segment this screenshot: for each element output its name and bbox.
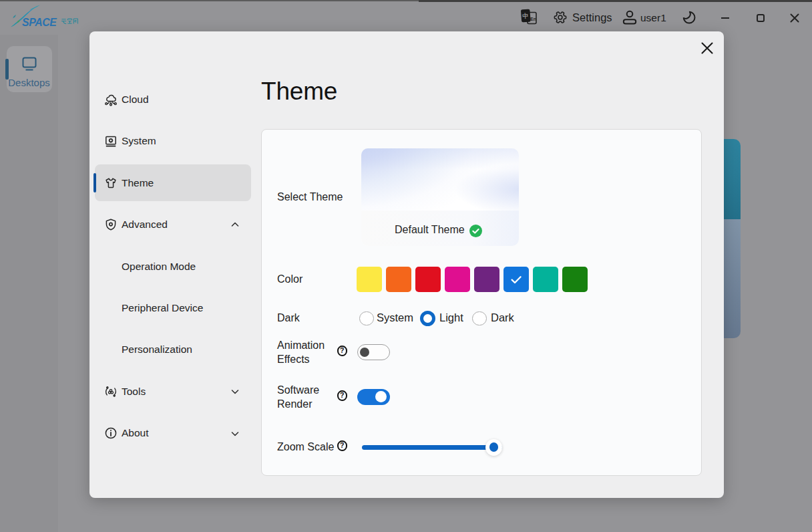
svg-text:中: 中	[522, 13, 529, 20]
svg-text:En: En	[530, 17, 536, 21]
